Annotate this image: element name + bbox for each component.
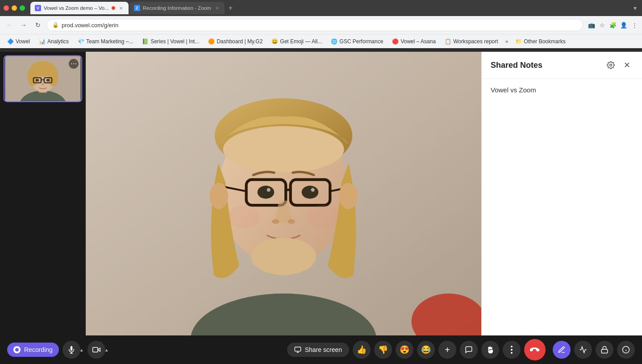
bookmarks-more[interactable]: »	[504, 37, 510, 46]
forward-button[interactable]: →	[18, 19, 29, 31]
address-bar[interactable]: 🔒 prod.vowel.com/g/erin	[46, 19, 583, 31]
add-reaction-button[interactable]: +	[438, 341, 456, 359]
tab-close-zoom[interactable]: ✕	[214, 5, 220, 11]
cast-icon[interactable]: 📺	[588, 21, 596, 29]
lock-icon: 🔒	[52, 22, 59, 28]
browser-chrome: V Vowel vs Zoom demo – Vo... ✕ Z Recordi…	[0, 0, 642, 52]
raise-hand-button[interactable]	[481, 341, 499, 359]
svg-rect-49	[601, 349, 608, 353]
svg-point-31	[272, 219, 279, 223]
extensions-icon[interactable]: 🧩	[609, 21, 617, 29]
main-video-feed	[86, 52, 481, 335]
bookmark-series-vowel[interactable]: 📗 Series | Vowel | Int...	[138, 37, 203, 46]
main-content: ⋯	[0, 52, 642, 364]
notes-close-button[interactable]: ✕	[621, 59, 633, 71]
lock-button[interactable]	[596, 341, 613, 359]
mute-button[interactable]	[63, 341, 80, 359]
participant-more-button[interactable]: ⋯	[69, 59, 79, 69]
close-window-button[interactable]	[4, 5, 9, 11]
svg-point-21	[223, 126, 344, 173]
thumbs-up-button[interactable]: 👍	[353, 341, 371, 359]
bookmark-workspaces[interactable]: 📋 Workspaces report	[441, 37, 501, 46]
bottom-toolbar: Recording ▲ ▲	[0, 335, 642, 364]
recording-button[interactable]: Recording	[7, 343, 59, 357]
microphone-icon	[67, 346, 75, 354]
notes-content-area[interactable]: Vowel vs Zoom	[482, 79, 642, 335]
chat-button[interactable]	[460, 341, 478, 359]
video-button-group: ▲	[88, 341, 109, 359]
share-screen-icon	[294, 346, 301, 353]
svg-marker-41	[98, 348, 100, 352]
browser-tab-zoom[interactable]: Z Recording Information - Zoom ✕	[129, 2, 225, 14]
participant-thumbnail[interactable]: ⋯	[4, 55, 82, 102]
maximize-window-button[interactable]	[20, 5, 25, 11]
notes-icon	[558, 346, 566, 354]
bookmark-vowel[interactable]: 🔷 Vowel	[4, 37, 33, 46]
bookmark-other[interactable]: 📁 Other Bookmarks	[512, 37, 569, 46]
info-icon	[622, 346, 630, 354]
address-bar-icons: 📺 ☆ 🧩 👤 ⋮	[588, 21, 638, 29]
tab-badge-vowel	[112, 6, 115, 10]
right-toolbar-buttons	[553, 341, 635, 359]
bookmark-asana[interactable]: 🔴 Vowel – Asana	[388, 37, 439, 46]
reload-button[interactable]: ↻	[32, 19, 44, 31]
more-options-icon[interactable]: ⋮	[630, 21, 638, 29]
share-screen-button[interactable]: Share screen	[287, 343, 349, 357]
svg-point-46	[511, 346, 513, 347]
bookmark-star-icon[interactable]: ☆	[598, 21, 606, 29]
svg-rect-43	[295, 347, 300, 351]
tab-close-vowel[interactable]: ✕	[118, 5, 124, 11]
notes-panel: Shared Notes ✕ Vowel vs Zoom	[481, 52, 642, 335]
new-tab-button[interactable]: +	[225, 3, 236, 13]
end-call-button[interactable]	[524, 339, 546, 360]
notes-settings-button[interactable]	[604, 59, 617, 71]
tab-favicon-vowel: V	[35, 5, 41, 11]
notes-text: Vowel vs Zoom	[491, 86, 536, 94]
recording-label: Recording	[24, 346, 53, 353]
bookmark-emoji[interactable]: 😀 Get Emoji — All...	[268, 37, 325, 46]
bookmarks-bar: 🔷 Vowel 📊 Analytics 💎 Team Marketing –..…	[0, 34, 642, 48]
svg-point-47	[511, 349, 513, 351]
waveform-button[interactable]	[574, 341, 592, 359]
bookmark-gsc[interactable]: 🌐 GSC Performance	[327, 37, 387, 46]
svg-point-6	[48, 67, 58, 86]
profile-icon[interactable]: 👤	[620, 21, 628, 29]
heart-eyes-button[interactable]: 😍	[396, 341, 413, 359]
svg-point-27	[258, 186, 275, 199]
mic-button-group: ▲	[63, 341, 84, 359]
close-icon: ✕	[624, 60, 630, 70]
svg-point-5	[27, 67, 38, 86]
svg-point-32	[288, 219, 295, 223]
svg-point-12	[42, 83, 44, 85]
browser-expand-icon[interactable]: ▾	[632, 3, 638, 13]
svg-point-30	[311, 188, 314, 191]
bookmark-analytics[interactable]: 📊 Analytics	[35, 37, 72, 46]
more-options-icon	[511, 346, 513, 354]
video-icon	[92, 346, 100, 354]
video-area: ⋯	[0, 52, 642, 335]
notes-header: Shared Notes ✕	[482, 52, 642, 79]
back-button[interactable]: ←	[4, 19, 15, 31]
address-text: prod.vowel.com/g/erin	[62, 22, 118, 29]
laugh-button[interactable]: 😂	[417, 341, 435, 359]
title-bar: V Vowel vs Zoom demo – Vo... ✕ Z Recordi…	[0, 0, 642, 16]
recording-indicator	[13, 346, 21, 353]
svg-point-28	[302, 186, 319, 199]
recording-dot-inner	[15, 348, 19, 352]
traffic-lights	[4, 5, 25, 11]
info-button[interactable]	[617, 341, 635, 359]
waveform-icon	[579, 346, 587, 354]
svg-point-35	[251, 238, 316, 275]
share-screen-label: Share screen	[305, 346, 342, 353]
bookmark-dashboard[interactable]: 🟠 Dashboard | My.G2	[204, 37, 266, 46]
minimize-window-button[interactable]	[12, 5, 17, 11]
more-options-button[interactable]	[503, 341, 521, 359]
tab-title-vowel: Vowel vs Zoom demo – Vo...	[44, 5, 109, 11]
tab-favicon-zoom: Z	[134, 5, 140, 11]
bookmark-team-marketing[interactable]: 💎 Team Marketing –...	[74, 37, 137, 46]
svg-point-36	[209, 183, 228, 209]
video-toggle-button[interactable]	[88, 341, 105, 359]
thumbs-down-button[interactable]: 👎	[374, 341, 392, 359]
browser-tab-vowel[interactable]: V Vowel vs Zoom demo – Vo... ✕	[30, 2, 129, 14]
notes-toggle-button[interactable]	[553, 341, 571, 359]
